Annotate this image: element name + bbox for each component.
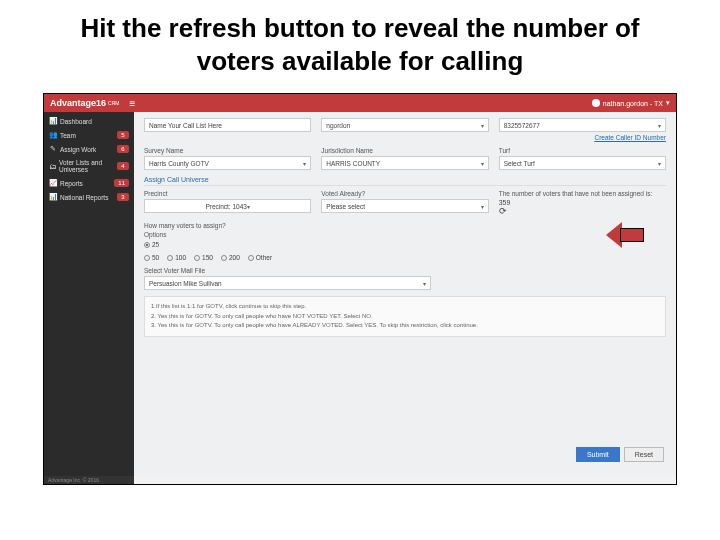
info-line-3: 3. Yes this is for GOTV. To only call pe… [151,321,659,331]
team-icon: 👥 [49,131,57,139]
reset-button[interactable]: Reset [624,447,664,462]
user-menu[interactable]: nathan.gordon - TX ▾ [592,99,670,107]
radio-25[interactable]: 25 [144,241,159,248]
jurisdiction-label: Jurisdiction Name [321,147,488,154]
assign-universe-title: Assign Call Universe [144,176,666,186]
sidebar-item-national-reports[interactable]: 📊National Reports 3 [44,190,134,204]
radio-dot-icon [167,255,173,261]
assign-25-row: 25 [144,241,666,248]
brand-sub: CRM [108,100,119,106]
radio-other[interactable]: Other [248,254,272,261]
national-icon: 📊 [49,193,57,201]
slide-title: Hit the refresh button to reveal the num… [0,0,720,93]
radio-100[interactable]: 100 [167,254,186,261]
brand-logo: Advantage16 [50,98,106,108]
radio-200[interactable]: 200 [221,254,240,261]
copyright: Advantage Inc. © 2016 [44,476,134,484]
info-line-1: 1.If this list is 1:1 for GOTV, click co… [151,302,659,312]
topbar: Advantage16 CRM ≡ nathan.gordon - TX ▾ [44,94,676,112]
turf-select[interactable]: Select Turf [499,156,666,170]
radio-dot-icon [144,242,150,248]
sidebar-item-dashboard[interactable]: 📊Dashboard [44,114,134,128]
voted-label: Voted Already? [321,190,488,197]
radio-dot-icon [194,255,200,261]
sidebar-item-reports[interactable]: 📈Reports 11 [44,176,134,190]
radio-dot-icon [221,255,227,261]
mail-file-select[interactable]: Persuasion Mike Sullivan [144,276,431,290]
radio-dot-icon [248,255,254,261]
options-label: Options [144,231,666,238]
dashboard-icon: 📊 [49,117,57,125]
main-content: Name Your Call List Here ngordon 8325572… [134,112,676,476]
user-name: nathan.gordon - TX [603,100,663,107]
assign-icon: ✎ [49,145,57,153]
chevron-down-icon: ▾ [666,99,670,107]
radio-50[interactable]: 50 [144,254,159,261]
unassigned-count: 359 [499,199,666,206]
reports-icon: 📈 [49,179,57,187]
team-badge: 5 [117,131,129,139]
mail-file-label: Select Voter Mail File [144,267,666,274]
radio-dot-icon [144,255,150,261]
info-box: 1.If this list is 1:1 for GOTV, click co… [144,296,666,337]
refresh-icon[interactable]: ⟳ [499,206,507,216]
assign-badge: 6 [117,145,129,153]
unassigned-label: The number of voters that have not been … [499,190,666,197]
lists-badge: 4 [117,162,129,170]
national-badge: 3 [117,193,129,201]
info-line-2: 2. Yes this is for GOTV. To only call pe… [151,312,659,322]
lists-icon: 🗂 [49,163,56,170]
list-owner-select[interactable]: ngordon [321,118,488,132]
precinct-label: Precinct [144,190,311,197]
app-window: Advantage16 CRM ≡ nathan.gordon - TX ▾ 📊… [43,93,677,485]
how-many-label: How many voters to assign? [144,222,666,229]
user-icon [592,99,600,107]
reports-badge: 11 [114,179,129,187]
sidebar: 📊Dashboard 👥Team 5 ✎Assign Work 6 🗂Voter… [44,112,134,476]
radio-150[interactable]: 150 [194,254,213,261]
list-name-input[interactable]: Name Your Call List Here [144,118,311,132]
submit-button[interactable]: Submit [576,447,620,462]
sidebar-item-team[interactable]: 👥Team 5 [44,128,134,142]
assign-options-row: 50 100 150 200 Other [144,254,666,261]
survey-select[interactable]: Harris County GOTV [144,156,311,170]
caller-id-select[interactable]: 8325572677 [499,118,666,132]
sidebar-item-assign-work[interactable]: ✎Assign Work 6 [44,142,134,156]
menu-toggle-icon[interactable]: ≡ [129,98,135,109]
precinct-select[interactable]: Precinct: 1043 [144,199,311,213]
jurisdiction-select[interactable]: HARRIS COUNTY [321,156,488,170]
turf-label: Turf [499,147,666,154]
voted-select[interactable]: Please select [321,199,488,213]
sidebar-item-voter-lists[interactable]: 🗂Voter Lists and Universes 4 [44,156,134,176]
create-caller-id-link[interactable]: Create Caller ID Number [594,134,666,141]
survey-label: Survey Name [144,147,311,154]
